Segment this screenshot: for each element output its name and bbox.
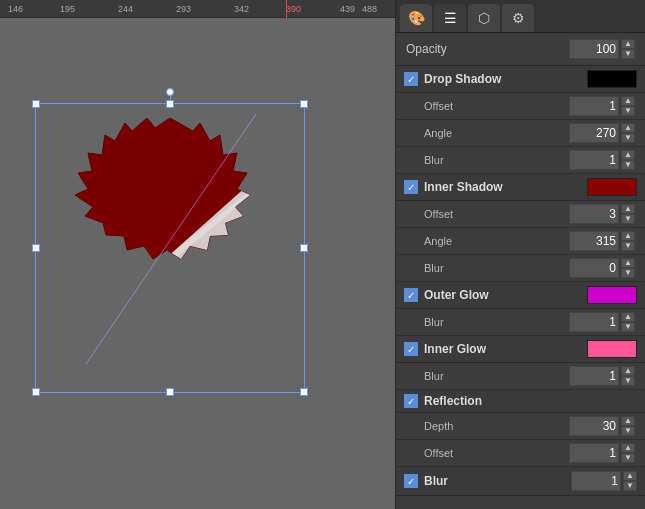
drop-shadow-offset-input[interactable] [569, 96, 619, 116]
drop-shadow-blur-row: Blur ▲ ▼ [396, 147, 645, 174]
outer-glow-blur-up[interactable]: ▲ [621, 312, 635, 322]
reflection-depth-input[interactable] [569, 416, 619, 436]
outer-glow-blur-input[interactable] [569, 312, 619, 332]
drop-shadow-blur-input[interactable] [569, 150, 619, 170]
inner-shadow-offset-stepper: ▲ ▼ [621, 204, 635, 224]
inner-glow-blur-input[interactable] [569, 366, 619, 386]
ruler-label-244: 244 [118, 4, 133, 14]
drop-shadow-blur-down[interactable]: ▼ [621, 160, 635, 170]
outer-glow-color[interactable] [587, 286, 637, 304]
inner-shadow-angle-up[interactable]: ▲ [621, 231, 635, 241]
inner-shadow-angle-row: Angle ▲ ▼ [396, 228, 645, 255]
svg-marker-1 [75, 118, 250, 259]
effects-panel: 🎨 ☰ ⬡ ⚙ Opacity ▲ ▼ ✓ Drop Shadow Offset… [395, 0, 645, 509]
reflection-offset-input[interactable] [569, 443, 619, 463]
inner-glow-blur-down[interactable]: ▼ [621, 376, 635, 386]
handle-mid-right[interactable] [300, 244, 308, 252]
inner-glow-blur-up[interactable]: ▲ [621, 366, 635, 376]
inner-shadow-blur-up[interactable]: ▲ [621, 258, 635, 268]
handle-bot-right[interactable] [300, 388, 308, 396]
inner-shadow-color[interactable] [587, 178, 637, 196]
inner-glow-blur-stepper: ▲ ▼ [621, 366, 635, 386]
inner-shadow-angle-stepper: ▲ ▼ [621, 231, 635, 251]
outer-glow-blur-row: Blur ▲ ▼ [396, 309, 645, 336]
drop-shadow-angle-up[interactable]: ▲ [621, 123, 635, 133]
ruler-label-195: 195 [60, 4, 75, 14]
inner-shadow-blur-input[interactable] [569, 258, 619, 278]
inner-shadow-angle-input[interactable] [569, 231, 619, 251]
inner-shadow-blur-down[interactable]: ▼ [621, 268, 635, 278]
handle-bot-left[interactable] [32, 388, 40, 396]
tab-shape[interactable]: ⬡ [468, 4, 500, 32]
inner-shadow-checkbox[interactable]: ✓ [404, 180, 418, 194]
drop-shadow-label: Drop Shadow [424, 72, 587, 86]
inner-glow-header: ✓ Inner Glow [396, 336, 645, 363]
reflection-checkbox[interactable]: ✓ [404, 394, 418, 408]
handle-top-mid[interactable] [166, 100, 174, 108]
ruler-label-390: 390 [286, 4, 301, 14]
reflection-depth-row: Depth ▲ ▼ [396, 413, 645, 440]
reflection-depth-down[interactable]: ▼ [621, 426, 635, 436]
drop-shadow-blur-stepper: ▲ ▼ [621, 150, 635, 170]
drop-shadow-angle-input[interactable] [569, 123, 619, 143]
outer-glow-header: ✓ Outer Glow [396, 282, 645, 309]
inner-glow-checkbox[interactable]: ✓ [404, 342, 418, 356]
outer-glow-blur-label: Blur [424, 316, 569, 328]
drop-shadow-offset-down[interactable]: ▼ [621, 106, 635, 116]
blur-up[interactable]: ▲ [623, 471, 637, 481]
opacity-up[interactable]: ▲ [621, 39, 635, 49]
handle-mid-left[interactable] [32, 244, 40, 252]
reflection-offset-up[interactable]: ▲ [621, 443, 635, 453]
opacity-stepper: ▲ ▼ [621, 39, 635, 59]
reflection-offset-label: Offset [424, 447, 569, 459]
reflection-offset-row: Offset ▲ ▼ [396, 440, 645, 467]
rotation-handle[interactable] [166, 88, 174, 96]
blur-down[interactable]: ▼ [623, 481, 637, 491]
badge-svg [45, 113, 295, 363]
handle-top-right[interactable] [300, 100, 308, 108]
inner-shadow-blur-label: Blur [424, 262, 569, 274]
reflection-header: ✓ Reflection [396, 390, 645, 413]
opacity-down[interactable]: ▼ [621, 49, 635, 59]
drop-shadow-offset-label: Offset [424, 100, 569, 112]
tab-effects[interactable]: ☰ [434, 4, 466, 32]
blur-value-input[interactable] [571, 471, 621, 491]
inner-shadow-blur-stepper: ▲ ▼ [621, 258, 635, 278]
drop-shadow-header: ✓ Drop Shadow [396, 66, 645, 93]
blur-checkbox[interactable]: ✓ [404, 474, 418, 488]
reflection-label: Reflection [424, 394, 637, 408]
inner-shadow-blur-row: Blur ▲ ▼ [396, 255, 645, 282]
rotation-line [170, 96, 171, 104]
outer-glow-blur-down[interactable]: ▼ [621, 322, 635, 332]
inner-glow-blur-label: Blur [424, 370, 569, 382]
tab-style[interactable]: 🎨 [400, 4, 432, 32]
drop-shadow-blur-up[interactable]: ▲ [621, 150, 635, 160]
ruler-label-439: 439 [340, 4, 355, 14]
reflection-depth-up[interactable]: ▲ [621, 416, 635, 426]
outer-glow-checkbox[interactable]: ✓ [404, 288, 418, 302]
inner-shadow-offset-row: Offset ▲ ▼ [396, 201, 645, 228]
badge-shape [45, 113, 295, 363]
inner-glow-blur-row: Blur ▲ ▼ [396, 363, 645, 390]
ruler-label-342: 342 [234, 4, 249, 14]
inner-shadow-offset-input[interactable] [569, 204, 619, 224]
inner-shadow-label: Inner Shadow [424, 180, 587, 194]
opacity-input[interactable] [569, 39, 619, 59]
canvas-content [0, 18, 395, 509]
reflection-fade [45, 366, 295, 436]
drop-shadow-offset-row: Offset ▲ ▼ [396, 93, 645, 120]
drop-shadow-angle-down[interactable]: ▼ [621, 133, 635, 143]
inner-shadow-angle-down[interactable]: ▼ [621, 241, 635, 251]
outer-glow-blur-stepper: ▲ ▼ [621, 312, 635, 332]
drop-shadow-color[interactable] [587, 70, 637, 88]
inner-shadow-offset-up[interactable]: ▲ [621, 204, 635, 214]
drop-shadow-angle-stepper: ▲ ▼ [621, 123, 635, 143]
drop-shadow-checkbox[interactable]: ✓ [404, 72, 418, 86]
handle-top-left[interactable] [32, 100, 40, 108]
reflection-depth-label: Depth [424, 420, 569, 432]
drop-shadow-offset-up[interactable]: ▲ [621, 96, 635, 106]
inner-glow-color[interactable] [587, 340, 637, 358]
tab-settings[interactable]: ⚙ [502, 4, 534, 32]
inner-shadow-offset-down[interactable]: ▼ [621, 214, 635, 224]
reflection-offset-down[interactable]: ▼ [621, 453, 635, 463]
